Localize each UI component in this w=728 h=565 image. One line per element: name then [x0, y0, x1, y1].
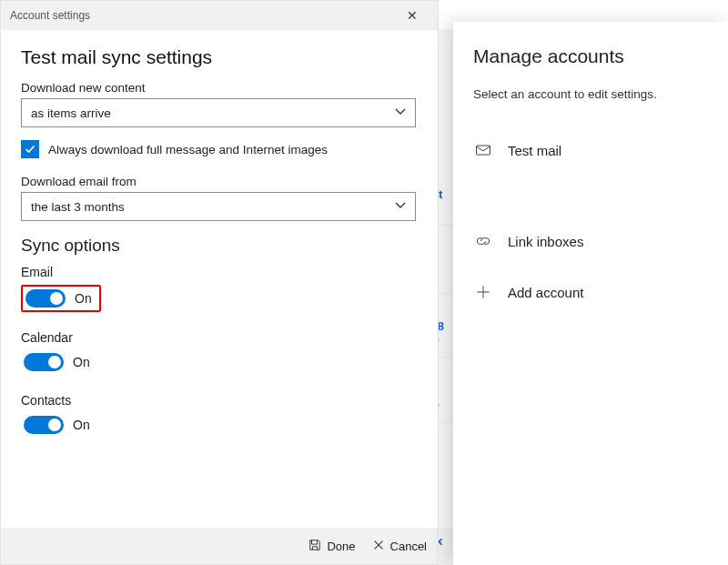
svg-rect-0 — [477, 146, 490, 155]
page-title: Test mail sync settings — [21, 46, 418, 68]
email-toggle-state: On — [75, 291, 92, 306]
calendar-toggle-label: Calendar — [21, 330, 418, 345]
save-icon — [308, 539, 321, 554]
sync-options-heading: Sync options — [21, 236, 418, 256]
contacts-toggle-label: Contacts — [21, 393, 418, 408]
dialog-titlebar: Account settings ✕ — [1, 1, 438, 30]
email-toggle-label: Email — [21, 265, 418, 279]
dialog-footer: Done Cancel — [1, 528, 438, 564]
download-content-label: Download new content — [21, 81, 418, 95]
mail-icon — [473, 141, 493, 159]
close-icon: ✕ — [407, 8, 418, 23]
checkmark-icon — [21, 140, 39, 158]
account-item-test-mail[interactable]: Test mail — [473, 125, 708, 176]
manage-accounts-subtitle: Select an account to edit settings. — [473, 87, 708, 101]
close-button[interactable]: ✕ — [392, 3, 432, 28]
cancel-button[interactable]: Cancel — [372, 539, 427, 554]
download-content-value: as items arrive — [31, 106, 395, 120]
calendar-toggle[interactable]: On — [21, 350, 97, 374]
account-settings-dialog: Account settings ✕ Test mail sync settin… — [0, 0, 439, 565]
toggle-on-icon — [24, 353, 64, 371]
download-from-label: Download email from — [21, 175, 418, 188]
calendar-toggle-state: On — [73, 355, 90, 369]
link-inboxes-label: Link inboxes — [508, 234, 583, 249]
done-label: Done — [327, 540, 355, 553]
toggle-on-icon — [24, 416, 64, 434]
done-button[interactable]: Done — [308, 539, 355, 554]
link-icon — [473, 232, 493, 250]
always-download-checkbox[interactable]: Always download full message and Interne… — [21, 140, 418, 158]
add-account-item[interactable]: Add account — [473, 267, 708, 318]
link-inboxes-item[interactable]: Link inboxes — [473, 216, 708, 267]
cancel-label: Cancel — [390, 540, 427, 553]
email-toggle[interactable]: On — [21, 285, 101, 312]
manage-accounts-title: Manage accounts — [473, 45, 708, 67]
download-content-select[interactable]: as items arrive — [21, 98, 416, 127]
toggle-on-icon — [25, 289, 66, 308]
chevron-down-icon — [395, 200, 406, 214]
manage-accounts-panel: Manage accounts Select an account to edi… — [453, 22, 728, 565]
chevron-down-icon — [395, 106, 406, 120]
dialog-title: Account settings — [10, 9, 90, 22]
add-account-label: Add account — [508, 285, 583, 300]
download-from-select[interactable]: the last 3 months — [21, 192, 416, 221]
plus-icon — [473, 283, 493, 301]
close-icon — [372, 539, 385, 554]
contacts-toggle[interactable]: On — [21, 413, 97, 437]
always-download-label: Always download full message and Interne… — [48, 143, 328, 156]
contacts-toggle-state: On — [73, 418, 90, 432]
download-from-value: the last 3 months — [31, 200, 395, 214]
account-item-label: Test mail — [508, 143, 561, 158]
